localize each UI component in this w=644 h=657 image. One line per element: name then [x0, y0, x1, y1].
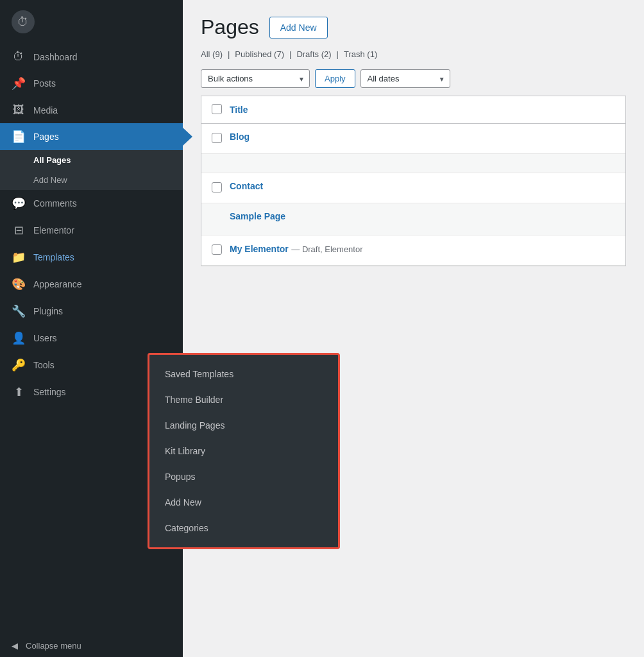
title-column-header[interactable]: Title — [230, 105, 248, 115]
sidebar-item-media-label: Media — [33, 105, 58, 115]
sidebar-logo: ⏱ — [0, 0, 183, 44]
sidebar-item-users[interactable]: 👤 Users — [0, 325, 183, 352]
sidebar-item-tools-label: Tools — [33, 360, 55, 370]
sidebar-item-plugins-label: Plugins — [33, 306, 63, 316]
row-blog-title[interactable]: Blog — [230, 132, 615, 142]
sidebar-item-media[interactable]: 🖼 Media — [0, 97, 183, 123]
posts-icon: 📌 — [12, 76, 26, 90]
templates-popup-landing-pages[interactable]: Landing Pages — [149, 413, 338, 438]
appearance-icon: 🎨 — [12, 277, 26, 291]
templates-popup-popups[interactable]: Popups — [149, 464, 338, 490]
filter-trash[interactable]: Trash (1) — [344, 49, 377, 59]
row-contact-checkbox-col — [212, 181, 230, 195]
row-blog-checkbox-col — [212, 132, 230, 146]
dates-wrapper: All dates — [360, 69, 450, 88]
filter-all[interactable]: All (9) — [201, 49, 223, 59]
dashboard-icon: ⏱ — [12, 50, 26, 64]
bulk-actions-select[interactable]: Bulk actions — [201, 69, 310, 88]
sidebar-item-posts[interactable]: 📌 Posts — [0, 70, 183, 97]
page-header: Pages Add New — [201, 15, 626, 39]
tools-icon: 🔑 — [12, 358, 26, 372]
collapse-arrow-icon: ◀ — [12, 641, 18, 651]
sidebar-item-users-label: Users — [33, 333, 57, 343]
sidebar-item-plugins[interactable]: 🔧 Plugins — [0, 298, 183, 325]
filter-bar: All (9) | Published (7) | Drafts (2) | T… — [201, 49, 626, 59]
sidebar-item-elementor[interactable]: ⊟ Elementor — [0, 217, 183, 244]
table-row-spacer — [201, 154, 625, 173]
templates-popup-kit-library[interactable]: Kit Library — [149, 438, 338, 464]
plugins-icon: 🔧 — [12, 304, 26, 318]
header-checkbox-col — [212, 103, 230, 117]
toolbar-row: Bulk actions Apply All dates — [201, 69, 626, 88]
sidebar-item-comments-label: Comments — [33, 198, 77, 209]
comments-icon: 💬 — [12, 196, 26, 210]
sidebar-item-dashboard-label: Dashboard — [33, 52, 78, 62]
row-contact-content: Contact — [230, 181, 615, 191]
settings-icon: ⬆ — [12, 385, 26, 399]
table-row: Blog — [201, 124, 625, 154]
row-my-elementor-content: My Elementor — Draft, Elementor — [230, 243, 615, 255]
pages-table: Title Blog Contact — [201, 96, 626, 266]
row-contact-title[interactable]: Contact — [230, 181, 615, 191]
table-row-sample: Sample Page — [201, 203, 625, 235]
users-icon: 👤 — [12, 331, 26, 345]
media-icon: 🖼 — [12, 103, 26, 117]
pages-submenu: All Pages Add New — [0, 150, 183, 190]
row-blog-content: Blog — [230, 132, 615, 142]
sidebar-item-settings-label: Settings — [33, 387, 66, 397]
row-sample-content: Sample Page — [230, 211, 615, 221]
templates-popup-add-new[interactable]: Add New — [149, 490, 338, 515]
row-sample-title[interactable]: Sample Page — [230, 211, 615, 221]
collapse-menu-label: Collapse menu — [26, 641, 81, 651]
bulk-actions-wrapper: Bulk actions — [201, 69, 310, 88]
sidebar-item-pages[interactable]: 📄 Pages — [0, 123, 183, 150]
row-my-elementor-title[interactable]: My Elementor — [230, 244, 289, 254]
filter-published[interactable]: Published (7) — [235, 49, 284, 59]
row-my-elementor-checkbox-col — [212, 243, 230, 257]
collapse-menu-button[interactable]: ◀ Collapse menu — [0, 635, 183, 657]
filter-drafts[interactable]: Drafts (2) — [296, 49, 331, 59]
row-my-elementor-meta: — Draft, Elementor — [291, 244, 362, 254]
header-title-col: Title — [230, 104, 615, 115]
page-title: Pages — [201, 15, 259, 39]
templates-popup-categories[interactable]: Categories — [149, 515, 338, 541]
table-row: My Elementor — Draft, Elementor — [201, 235, 625, 266]
main-content: Pages Add New All (9) | Published (7) | … — [183, 0, 644, 657]
elementor-icon: ⊟ — [12, 223, 26, 237]
sidebar-item-appearance[interactable]: 🎨 Appearance — [0, 271, 183, 298]
sidebar: ⏱ ⏱ Dashboard 📌 Posts 🖼 Media 📄 Pages Al… — [0, 0, 183, 657]
table-row: Contact — [201, 173, 625, 203]
select-all-checkbox[interactable] — [212, 104, 222, 114]
row-my-elementor-checkbox[interactable] — [212, 244, 222, 255]
wp-logo-icon: ⏱ — [12, 10, 35, 33]
row-blog-checkbox[interactable] — [212, 133, 222, 143]
templates-icon: 📁 — [12, 250, 26, 264]
add-new-label: Add New — [33, 175, 67, 185]
apply-button[interactable]: Apply — [315, 69, 355, 88]
sidebar-item-posts-label: Posts — [33, 78, 56, 89]
templates-popup: Saved Templates Theme Builder Landing Pa… — [148, 353, 340, 549]
sidebar-item-appearance-label: Appearance — [33, 279, 82, 289]
sidebar-submenu-add-new[interactable]: Add New — [0, 170, 183, 190]
sidebar-item-dashboard[interactable]: ⏱ Dashboard — [0, 44, 183, 70]
dates-select[interactable]: All dates — [360, 69, 450, 88]
sidebar-item-comments[interactable]: 💬 Comments — [0, 190, 183, 217]
templates-popup-theme-builder[interactable]: Theme Builder — [149, 387, 338, 413]
sidebar-item-elementor-label: Elementor — [33, 225, 74, 235]
table-header-row: Title — [201, 96, 625, 124]
sidebar-item-templates[interactable]: 📁 Templates — [0, 244, 183, 271]
row-contact-checkbox[interactable] — [212, 182, 222, 192]
sidebar-submenu-all-pages[interactable]: All Pages — [0, 150, 183, 170]
templates-popup-saved-templates[interactable]: Saved Templates — [149, 361, 338, 387]
sidebar-item-templates-label: Templates — [33, 252, 74, 262]
add-new-button[interactable]: Add New — [269, 17, 328, 38]
pages-arrow — [183, 128, 192, 146]
all-pages-label: All Pages — [33, 155, 71, 165]
sidebar-item-pages-label: Pages — [33, 132, 59, 142]
pages-icon: 📄 — [12, 130, 26, 144]
